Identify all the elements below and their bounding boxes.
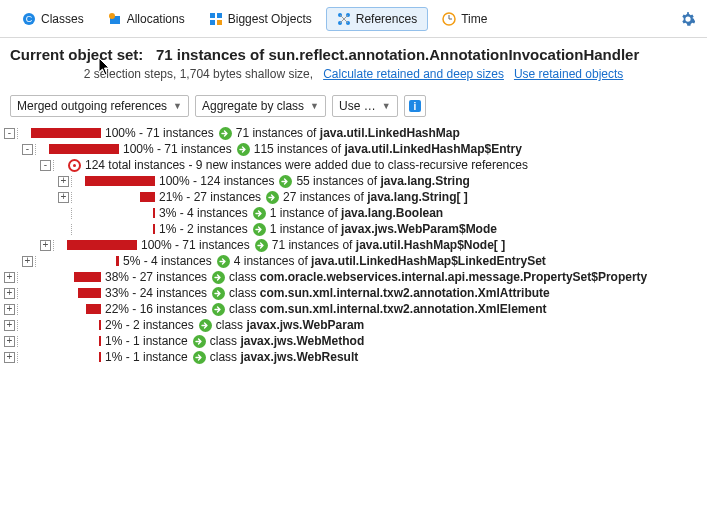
tree-row[interactable]: -100% - 71 instances71 instances of java… — [4, 125, 703, 141]
reference-tree: -100% - 71 instances71 instances of java… — [0, 121, 707, 369]
tree-row[interactable]: +22% - 16 instancesclass com.sun.xml.int… — [4, 301, 703, 317]
row-label: 1 instance of javax.jws.WebParam$Mode — [270, 222, 497, 236]
tree-guide — [17, 304, 27, 315]
tab-label: Biggest Objects — [228, 12, 312, 26]
toolbar: Merged outgoing references ▼ Aggregate b… — [0, 85, 707, 121]
svg-text:C: C — [26, 14, 33, 24]
percent-label: 100% - 71 instances — [123, 142, 232, 156]
row-label: 124 total instances - 9 new instances we… — [85, 158, 528, 172]
tree-row[interactable]: +21% - 27 instances27 instances of java.… — [4, 189, 703, 205]
row-label: class javax.jws.WebMethod — [210, 334, 365, 348]
row-label: class com.sun.xml.internal.txw2.annotati… — [229, 286, 550, 300]
tree-guide — [71, 176, 81, 187]
percent-label: 33% - 24 instances — [105, 286, 207, 300]
percent-label: 21% - 27 instances — [159, 190, 261, 204]
object-icon — [253, 223, 266, 236]
svg-rect-7 — [217, 20, 222, 25]
percent-label: 1% - 1 instance — [105, 334, 188, 348]
tree-guide — [17, 128, 27, 139]
info-icon: i — [408, 99, 422, 113]
object-icon — [193, 351, 206, 364]
collapse-icon[interactable]: - — [40, 160, 51, 171]
recursion-icon — [68, 159, 81, 172]
tab-biggest-objects[interactable]: Biggest Objects — [199, 8, 322, 30]
expand-icon[interactable]: + — [58, 176, 69, 187]
combo-label: Aggregate by class — [202, 99, 304, 113]
expand-icon[interactable]: + — [4, 336, 15, 347]
tree-row[interactable]: -100% - 71 instances115 instances of jav… — [4, 141, 703, 157]
percent-label: 5% - 4 instances — [123, 254, 212, 268]
info-button[interactable]: i — [404, 95, 426, 117]
tree-guide — [71, 208, 81, 219]
chevron-down-icon: ▼ — [173, 101, 182, 111]
tree-row[interactable]: 3% - 4 instances1 instance of java.lang.… — [4, 205, 703, 221]
percent-label: 100% - 71 instances — [141, 238, 250, 252]
tree-row[interactable]: -124 total instances - 9 new instances w… — [4, 157, 703, 173]
usage-bar — [85, 224, 155, 234]
expand-icon[interactable]: + — [4, 304, 15, 315]
link-calc-retained[interactable]: Calculate retained and deep sizes — [323, 67, 504, 81]
tree-row[interactable]: +100% - 71 instances71 instances of java… — [4, 237, 703, 253]
object-icon — [255, 239, 268, 252]
expand-icon[interactable]: + — [58, 192, 69, 203]
biggest-icon — [209, 12, 223, 26]
usage-bar — [85, 208, 155, 218]
object-set-header: Current object set: 71 instances of sun.… — [0, 38, 707, 85]
row-label: class javax.jws.WebParam — [216, 318, 365, 332]
expand-icon[interactable]: + — [40, 240, 51, 251]
expand-icon[interactable]: + — [4, 288, 15, 299]
percent-label: 1% - 2 instances — [159, 222, 248, 236]
tab-label: References — [356, 12, 417, 26]
gear-icon[interactable] — [681, 12, 695, 26]
tab-time[interactable]: Time — [432, 8, 497, 30]
usage-bar — [67, 240, 137, 250]
object-icon — [212, 303, 225, 316]
row-label: 115 instances of java.util.LinkedHashMap… — [254, 142, 522, 156]
expand-icon[interactable]: + — [4, 352, 15, 363]
object-icon — [193, 335, 206, 348]
tab-classes[interactable]: C Classes — [12, 8, 94, 30]
usage-bar — [31, 336, 101, 346]
link-use-retained[interactable]: Use retained objects — [514, 67, 623, 81]
tree-guide — [35, 144, 45, 155]
combo-merged-references[interactable]: Merged outgoing references ▼ — [10, 95, 189, 117]
expand-icon[interactable]: + — [22, 256, 33, 267]
expand-icon[interactable]: + — [4, 272, 15, 283]
row-label: 55 instances of java.lang.String — [296, 174, 469, 188]
tree-row[interactable]: +5% - 4 instances4 instances of java.uti… — [4, 253, 703, 269]
tree-guide — [53, 160, 63, 171]
tree-row[interactable]: +38% - 27 instancesclass com.oracle.webs… — [4, 269, 703, 285]
combo-use[interactable]: Use … ▼ — [332, 95, 398, 117]
percent-label: 1% - 1 instance — [105, 350, 188, 364]
tree-row[interactable]: +1% - 1 instanceclass javax.jws.WebResul… — [4, 349, 703, 365]
row-label: 71 instances of java.util.HashMap$Node[ … — [272, 238, 505, 252]
tree-row[interactable]: 1% - 2 instances1 instance of javax.jws.… — [4, 221, 703, 237]
percent-label: 3% - 4 instances — [159, 206, 248, 220]
percent-label: 100% - 124 instances — [159, 174, 274, 188]
object-icon — [212, 271, 225, 284]
usage-bar — [31, 304, 101, 314]
svg-text:i: i — [413, 101, 416, 112]
tab-allocations[interactable]: Allocations — [98, 8, 195, 30]
tab-references[interactable]: References — [326, 7, 428, 31]
classes-icon: C — [22, 12, 36, 26]
expand-icon[interactable]: + — [4, 320, 15, 331]
tree-row[interactable]: +2% - 2 instancesclass javax.jws.WebPara… — [4, 317, 703, 333]
header-value: 71 instances of sun.reflect.annotation.A… — [156, 46, 639, 63]
tree-guide — [71, 192, 81, 203]
usage-bar — [31, 272, 101, 282]
row-label: 1 instance of java.lang.Boolean — [270, 206, 443, 220]
allocations-icon — [108, 12, 122, 26]
usage-bar — [49, 256, 119, 266]
combo-aggregate[interactable]: Aggregate by class ▼ — [195, 95, 326, 117]
object-icon — [199, 319, 212, 332]
tree-guide — [35, 256, 45, 267]
collapse-icon[interactable]: - — [22, 144, 33, 155]
combo-label: Use … — [339, 99, 376, 113]
tree-row[interactable]: +33% - 24 instancesclass com.sun.xml.int… — [4, 285, 703, 301]
tree-row[interactable]: +1% - 1 instanceclass javax.jws.WebMetho… — [4, 333, 703, 349]
object-icon — [217, 255, 230, 268]
collapse-icon[interactable]: - — [4, 128, 15, 139]
tree-row[interactable]: +100% - 124 instances55 instances of jav… — [4, 173, 703, 189]
svg-rect-6 — [210, 20, 215, 25]
